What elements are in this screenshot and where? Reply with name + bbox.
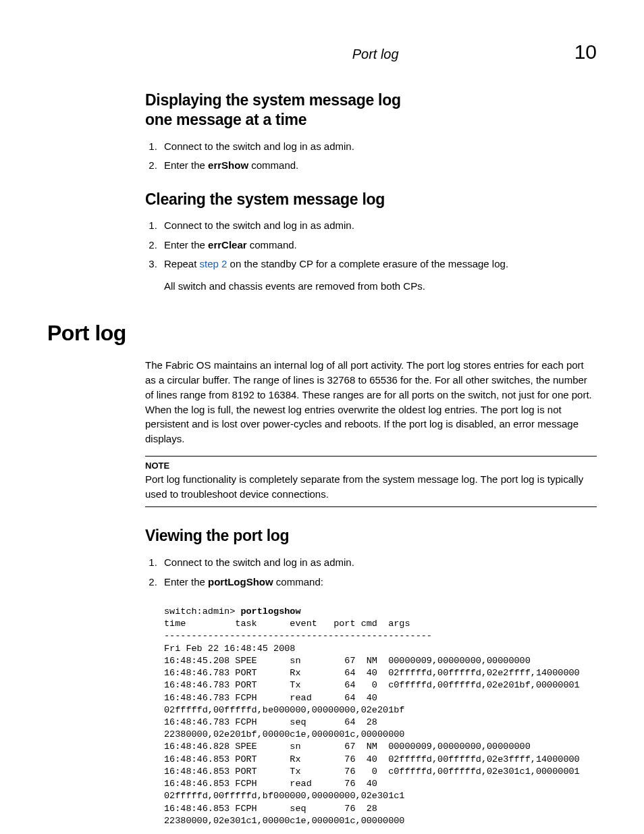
console-output: switch:admin> portlogshow time task even… [164,606,597,827]
step: Connect to the switch and log in as admi… [160,218,597,234]
running-title: Port log [352,47,399,62]
step-result: All switch and chassis events are remove… [164,279,597,294]
step: Connect to the switch and log in as admi… [160,555,597,571]
console-body: time task event port cmd args ----------… [164,619,580,826]
console-command: portlogshow [240,606,300,617]
heading-display-syslog: Displaying the system message log one me… [145,90,597,130]
heading-viewing-port-log: Viewing the port log [145,526,597,546]
console-prompt: switch:admin> [164,606,240,617]
steps-display-syslog: Connect to the switch and log in as admi… [145,139,597,174]
paragraph: The Fabric OS maintains an internal log … [145,358,597,446]
xref-link[interactable]: step 2 [200,258,227,269]
heading-port-log: Port log [47,321,597,346]
heading-line1: Displaying the system message log [145,91,401,109]
chapter-number: 10 [574,41,597,63]
step: Repeat step 2 on the standby CP for a co… [160,257,597,294]
command-name: errShow [208,159,248,171]
step: Connect to the switch and log in as admi… [160,139,597,155]
note-block: NOTE Port log functionality is completel… [145,456,597,508]
note-text: Port log functionality is completely sep… [145,472,597,502]
note-label: NOTE [145,461,597,471]
heading-line2: one message at a time [145,111,306,128]
step: Enter the errShow command. [160,158,597,174]
steps-viewing-port-log: Connect to the switch and log in as admi… [145,555,597,590]
command-name: errClear [208,239,247,251]
running-header: Port log 10 [47,41,597,63]
heading-clear-syslog: Clearing the system message log [145,190,597,209]
steps-clear-syslog: Connect to the switch and log in as admi… [145,218,597,294]
command-name: portLogShow [208,576,273,588]
step: Enter the errClear command. [160,238,597,253]
step: Enter the portLogShow command: [160,575,597,590]
